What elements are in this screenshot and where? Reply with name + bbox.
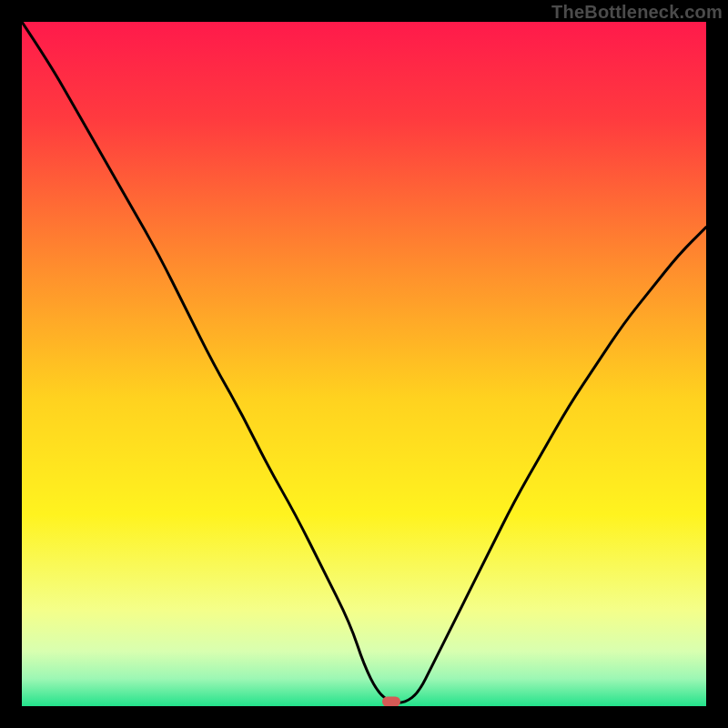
chart-frame: TheBottleneck.com bbox=[0, 0, 728, 728]
plot-area bbox=[22, 22, 706, 706]
watermark-text: TheBottleneck.com bbox=[551, 2, 723, 23]
bottleneck-curve bbox=[22, 22, 706, 706]
optimal-point-marker bbox=[382, 697, 400, 706]
bottleneck-curve-path bbox=[22, 22, 706, 703]
